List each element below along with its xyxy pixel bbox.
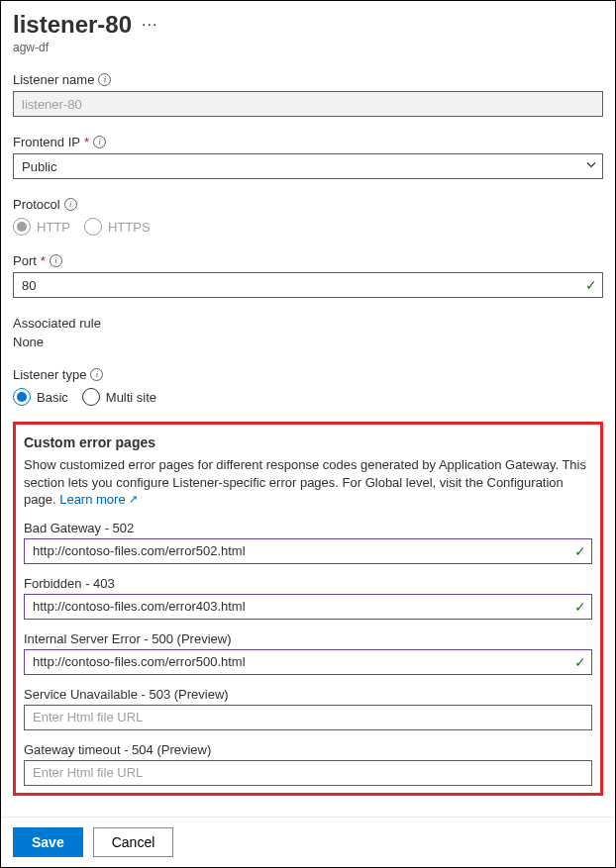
save-button[interactable]: Save	[13, 827, 83, 857]
listener-type-basic-radio[interactable]: Basic	[13, 388, 68, 406]
error-page-label: Gateway timeout - 504 (Preview)	[24, 742, 592, 757]
protocol-label: Protocol	[13, 197, 60, 212]
learn-more-link[interactable]: Learn more ↗	[59, 491, 137, 509]
error-page-url-input[interactable]	[24, 594, 592, 620]
info-icon[interactable]: i	[93, 136, 106, 148]
resource-subtitle: agw-df	[13, 41, 603, 54]
external-link-icon: ↗	[129, 492, 138, 507]
custom-error-title: Custom error pages	[24, 434, 592, 450]
learn-more-label: Learn more	[59, 491, 125, 509]
error-page-url-input[interactable]	[24, 649, 592, 675]
port-label: Port	[13, 253, 37, 268]
protocol-https-radio: HTTPS	[84, 218, 151, 236]
error-page-label: Forbidden - 403	[24, 576, 592, 591]
listener-type-basic-label: Basic	[37, 390, 68, 405]
info-icon[interactable]: i	[50, 254, 62, 267]
error-page-label: Bad Gateway - 502	[24, 521, 592, 535]
cancel-button[interactable]: Cancel	[93, 827, 174, 857]
error-page-url-input[interactable]	[24, 705, 592, 730]
error-page-url-input[interactable]	[24, 538, 592, 564]
protocol-http-label: HTTP	[37, 220, 70, 235]
listener-name-input	[13, 91, 603, 117]
info-icon[interactable]: i	[90, 368, 103, 381]
listener-type-label: Listener type	[13, 367, 86, 382]
page-title: listener-80	[13, 11, 132, 39]
error-page-label: Service Unavailable - 503 (Preview)	[24, 687, 592, 702]
listener-type-multi-radio[interactable]: Multi site	[82, 388, 156, 406]
listener-name-label: Listener name	[13, 72, 94, 87]
error-page-label: Internal Server Error - 500 (Preview)	[24, 631, 592, 646]
port-input[interactable]	[13, 272, 603, 298]
error-page-url-input[interactable]	[24, 760, 592, 786]
listener-type-multi-label: Multi site	[106, 390, 156, 405]
required-indicator: *	[41, 253, 46, 268]
custom-error-section: Custom error pages Show customized error…	[13, 422, 603, 796]
frontend-ip-select[interactable]	[13, 153, 603, 179]
protocol-http-radio: HTTP	[13, 218, 70, 236]
more-actions-icon[interactable]: ···	[142, 16, 157, 34]
associated-rule-label: Associated rule	[13, 316, 101, 331]
required-indicator: *	[84, 135, 89, 149]
info-icon[interactable]: i	[64, 198, 77, 211]
associated-rule-value: None	[13, 335, 603, 349]
info-icon[interactable]: i	[98, 73, 111, 86]
frontend-ip-label: Frontend IP	[13, 135, 80, 149]
protocol-https-label: HTTPS	[108, 220, 151, 235]
